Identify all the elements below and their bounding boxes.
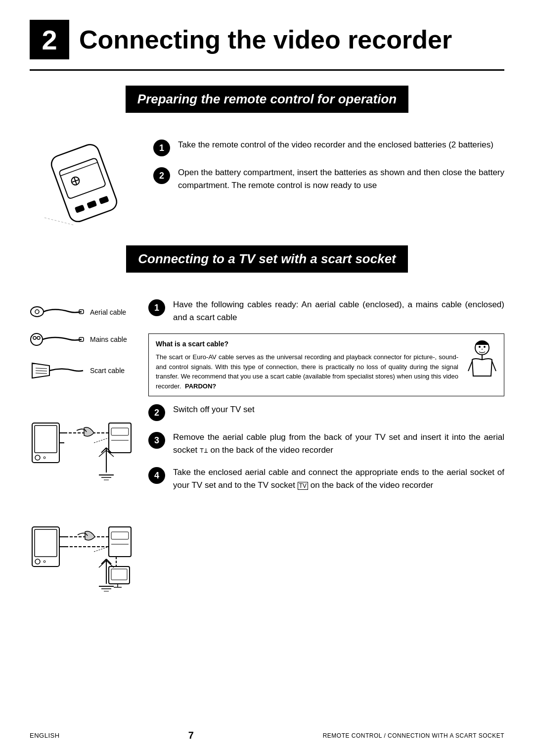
pardon-label: PARDON?	[185, 382, 216, 390]
cables-column: Aerial cable Mains cable	[30, 298, 138, 403]
step-text-2-4: Take the enclosed aerial cable and conne…	[173, 466, 504, 491]
svg-line-45	[94, 438, 109, 443]
svg-line-25	[468, 361, 472, 371]
info-text-content: What is a scart cable? The scart or Euro…	[156, 339, 458, 391]
step-2-3: 3 Remove the aerial cable plug from the …	[148, 431, 504, 456]
step-1-2: 2 Open the battery compartment, insert t…	[153, 166, 504, 191]
tv-socket-symbol: TV	[298, 482, 308, 490]
svg-rect-61	[111, 569, 127, 580]
svg-point-23	[484, 346, 486, 348]
tv-steps-col: 1 Have the following cables ready: An ae…	[148, 298, 504, 403]
tv-connection-diagram-2	[30, 507, 134, 606]
footer-page-number: 7	[188, 730, 194, 741]
svg-point-30	[44, 457, 45, 459]
chapter-number: 2	[42, 24, 57, 56]
antenna-symbol: ⊤⊥	[200, 446, 208, 454]
step-number-2-2: 2	[148, 404, 165, 421]
person-icon	[467, 339, 497, 383]
svg-line-69	[94, 547, 109, 552]
steps-2-3-4: 2 Switch off your TV set 3 Remove the ae…	[148, 403, 504, 606]
step-text-2-1: Have the following cables ready: An aeri…	[173, 298, 504, 324]
svg-point-10	[31, 307, 44, 317]
info-box-content: What is a scart cable? The scart or Euro…	[156, 339, 497, 391]
chapter-header: 2 Connecting the video recorder	[30, 20, 504, 59]
svg-line-9	[44, 218, 74, 225]
footer-language: English	[30, 732, 60, 739]
step-number-2-3: 3	[148, 432, 165, 449]
tv-diagrams-col	[30, 403, 138, 606]
section2-step1-area: Aerial cable Mains cable	[30, 298, 504, 403]
section2-heading: Connecting to a TV set with a scart sock…	[126, 245, 408, 273]
mains-cable-label: Mains cable	[90, 335, 127, 343]
svg-point-11	[35, 310, 39, 314]
chapter-title: Connecting the video recorder	[79, 25, 452, 54]
step-number-1: 1	[153, 140, 170, 156]
svg-rect-6	[75, 204, 85, 213]
step-number-2-4: 4	[148, 467, 165, 484]
scart-cable-item: Scart cable	[30, 358, 138, 383]
remote-control-icon	[35, 139, 134, 228]
svg-point-14	[33, 336, 36, 339]
svg-rect-65	[111, 532, 129, 539]
scart-cable-icon	[30, 358, 84, 383]
chapter-number-box: 2	[30, 20, 69, 59]
svg-rect-8	[99, 196, 109, 204]
info-box-scart: What is a scart cable? The scart or Euro…	[148, 333, 504, 396]
svg-line-20	[36, 373, 47, 374]
info-box-body: The scart or Euro-AV cable serves as the…	[156, 352, 458, 391]
step-text-1-2: Open the battery compartment, insert the…	[178, 166, 504, 191]
svg-rect-47	[35, 529, 57, 557]
header-divider	[30, 69, 504, 71]
step-2-1: 1 Have the following cables ready: An ae…	[148, 298, 504, 324]
page-footer: English 7 Remote control / connection wi…	[30, 730, 504, 741]
svg-rect-64	[109, 527, 131, 557]
section1-heading: Preparing the remote control for operati…	[126, 86, 408, 113]
info-box-title: What is a scart cable?	[156, 339, 458, 349]
svg-rect-28	[35, 425, 57, 453]
page: 2 Connecting the video recorder Preparin…	[0, 0, 534, 756]
svg-line-26	[492, 361, 496, 371]
aerial-cable-item: Aerial cable	[30, 303, 138, 321]
pardon-figure	[467, 339, 497, 383]
svg-point-29	[35, 455, 40, 460]
svg-line-55	[99, 561, 106, 567]
svg-line-5	[60, 162, 97, 176]
svg-line-19	[36, 371, 47, 371]
step-text-1-1: Take the remote control of the video rec…	[178, 139, 493, 151]
svg-rect-0	[49, 142, 119, 224]
section-tv-scart: Connecting to a TV set with a scart sock…	[30, 245, 504, 606]
scart-cable-label: Scart cable	[90, 367, 125, 375]
step-text-2-3: Remove the aerial cable plug from the ba…	[173, 431, 504, 456]
svg-point-15	[37, 336, 40, 339]
footer-section-label: Remote control / connection with a scart…	[323, 732, 504, 739]
svg-rect-41	[109, 423, 131, 453]
svg-rect-7	[87, 200, 97, 209]
svg-line-18	[36, 368, 47, 369]
section-remote-control: Preparing the remote control for operati…	[30, 86, 504, 228]
svg-point-49	[44, 561, 45, 563]
mains-cable-icon	[30, 330, 84, 349]
svg-point-22	[479, 346, 481, 348]
svg-rect-27	[32, 423, 59, 463]
mains-cable-item: Mains cable	[30, 330, 138, 349]
svg-rect-1	[59, 158, 106, 199]
svg-rect-46	[32, 527, 59, 567]
aerial-cable-icon	[30, 303, 84, 321]
step-2-2: 2 Switch off your TV set	[148, 403, 504, 421]
section1-content: 1 Take the remote control of the video r…	[30, 139, 504, 228]
step-text-2-2: Switch off your TV set	[173, 403, 255, 416]
step-number-2: 2	[153, 167, 170, 184]
step-1-1: 1 Take the remote control of the video r…	[153, 139, 504, 156]
tv-connection-diagram-1	[30, 403, 134, 497]
svg-rect-42	[111, 428, 129, 435]
step-2-4: 4 Take the enclosed aerial cable and con…	[148, 466, 504, 491]
svg-point-13	[31, 333, 43, 345]
bottom-section: 2 Switch off your TV set 3 Remove the ae…	[30, 403, 504, 606]
section1-steps: 1 Take the remote control of the video r…	[153, 139, 504, 228]
step-number-2-1: 1	[148, 299, 165, 316]
remote-illustration-col	[30, 139, 138, 228]
aerial-cable-label: Aerial cable	[90, 308, 126, 316]
svg-point-48	[35, 559, 40, 564]
